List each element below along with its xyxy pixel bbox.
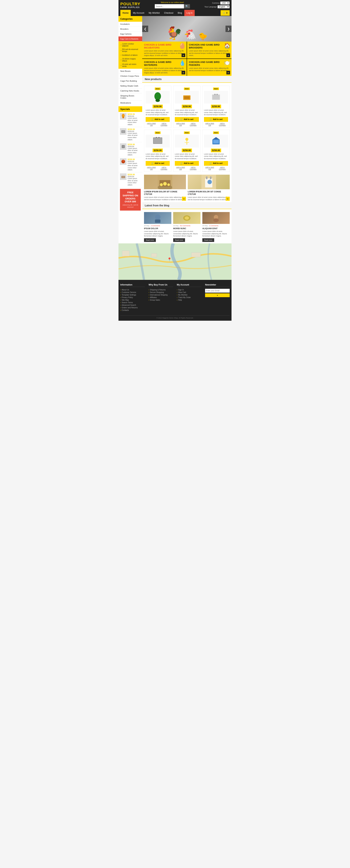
sidebar-dropdown-item[interactable]: Ut enim ad minim venia (119, 63, 142, 68)
footer-link[interactable]: Orders and Returns (120, 307, 145, 309)
add-to-cart-button[interactable]: 🛒 Add to cart (146, 161, 170, 166)
footer-link[interactable]: Contacts (120, 309, 145, 311)
product-links: Add to Wish List Add to Compare (146, 166, 170, 170)
site-logo[interactable]: POULTRY FARM SUPPLIES (120, 2, 140, 8)
product-price: $258.96 (153, 149, 163, 152)
nav-account[interactable]: My Account (131, 10, 147, 16)
article-desc: Lorem ipsum dolor sit amet conse ctetur … (144, 196, 186, 201)
footer-link[interactable]: Track My Order (177, 297, 201, 299)
footer-link[interactable]: Secure Shopping (149, 291, 173, 293)
add-to-wishlist-link[interactable]: Add to Wish List (146, 123, 157, 126)
sidebar-item-catching-nets[interactable]: Catching Nets Hooks (119, 88, 142, 93)
sidebar-item-nest-boxes[interactable]: Nest Boxes (119, 69, 142, 74)
footer-link[interactable]: Customer Service (120, 291, 145, 293)
svg-point-11 (156, 99, 160, 102)
add-to-cart-button[interactable]: 🛒 Add to cart (204, 117, 228, 122)
blog-title-post: ALIQUAM ERAT (202, 227, 230, 229)
add-to-compare-link[interactable]: Add to Compare (158, 123, 170, 126)
add-to-compare-link[interactable]: Add to Compare (217, 166, 228, 170)
add-to-wishlist-link[interactable]: Add to Wish List (146, 166, 157, 170)
sidebar-item-shipping-boxes[interactable]: Shipping Boxes Crates (119, 93, 142, 100)
footer-link[interactable]: Group Sales (149, 299, 173, 301)
nav-checkout[interactable]: Checkout (162, 10, 176, 16)
footer-link[interactable]: About Us (120, 289, 145, 291)
newsletter-email-input[interactable] (205, 289, 230, 292)
map-pin: 📍 (167, 257, 172, 261)
promo-arrow[interactable]: » (226, 71, 230, 74)
promo-arrow[interactable]: » (182, 71, 185, 74)
language-dropdown[interactable]: English Spanish (218, 5, 230, 8)
read-more-button[interactable]: Read more (173, 238, 185, 242)
sidebar-item-chicken-coops[interactable]: Chicken Coops Pens (119, 74, 142, 79)
add-to-cart-button[interactable]: 🛒 Add to cart (175, 161, 199, 166)
promo-arrow[interactable]: » (226, 54, 230, 57)
svg-line-25 (187, 142, 189, 143)
add-to-cart-button[interactable]: 🛒 Add to cart (204, 161, 228, 166)
product-badge: New! (155, 88, 161, 90)
nav-home[interactable]: Home (120, 10, 131, 16)
nav-login[interactable]: Log In (184, 10, 195, 16)
add-to-compare-link[interactable]: Add to Compare (158, 166, 170, 170)
hero-next-button[interactable]: ❯ (225, 26, 231, 32)
special-price-new: $258.96 (128, 128, 141, 130)
sidebar-dropdown-item[interactable]: Ut dolore magna aliqua (119, 57, 142, 63)
cart-button[interactable]: 🛒 0 (221, 10, 230, 16)
currency-dropdown[interactable]: USD EUR (220, 1, 230, 5)
footer-link[interactable]: Privacy Policy (120, 297, 145, 299)
sidebar-item-netting[interactable]: Netting Shade Cloth (119, 84, 142, 88)
add-to-compare-link[interactable]: Add to Compare (187, 123, 199, 126)
footer-link[interactable]: Shipping & Returns (149, 289, 173, 291)
sidebar-item-medications[interactable]: Medications (119, 100, 142, 105)
special-info: $258.96 $288.96 Lorem ipsum dolor sit am… (128, 143, 141, 156)
svg-rect-20 (156, 137, 157, 138)
footer-link[interactable]: Help (177, 299, 201, 301)
footer-link[interactable]: International Shipping (149, 294, 173, 296)
add-to-wishlist-link[interactable]: Add to Wish List (204, 166, 216, 170)
sidebar-item-cage-pen[interactable]: Cage Pen Building (119, 79, 142, 84)
sidebar-item-incubators[interactable]: Incubators (119, 22, 142, 27)
footer-link[interactable]: Search Terms (120, 302, 145, 304)
article-arrow[interactable]: » (182, 197, 186, 201)
blog-card: 24 May No Comments MORBI NUNC Lorem ipsu… (173, 212, 200, 242)
footer-link[interactable]: Template Settings (120, 294, 145, 296)
read-more-button[interactable]: Read more (144, 238, 156, 242)
footer-link[interactable]: Site Map (120, 299, 145, 301)
product-links: Add to Wish List Add to Compare (204, 166, 228, 170)
sidebar-item-brooders[interactable]: Brooders (119, 27, 142, 32)
article-arrow[interactable]: » (226, 197, 230, 201)
footer-link[interactable]: Sign In (177, 289, 201, 291)
newsletter-submit-button[interactable]: » (205, 293, 230, 297)
add-to-wishlist-link[interactable]: Add to Wish List (175, 123, 186, 126)
footer-link[interactable]: View Cart (177, 291, 201, 293)
add-to-compare-link[interactable]: Add to Compare (187, 166, 199, 170)
footer-link[interactable]: Affiliates (149, 297, 173, 299)
promo-title: CHICKEN AND GAME BIRD FEEDERS (189, 61, 230, 66)
add-to-cart-button[interactable]: 🛒 Add to cart (175, 117, 199, 122)
language-selector: Your Language English Spanish (204, 5, 230, 8)
sidebar-dropdown-item[interactable]: Incididunt ut labore (119, 53, 142, 57)
footer-link[interactable]: My Wishlist (177, 294, 201, 296)
add-to-compare-link[interactable]: Add to Compare (217, 123, 228, 126)
sidebar-dropdown-item[interactable]: Lorem conetur adipiset (119, 42, 142, 48)
sidebar-item-egg-care[interactable]: Egg Care & Baskets (119, 36, 142, 41)
add-to-wishlist-link[interactable]: Add to Wish List (175, 166, 186, 170)
search-input[interactable] (155, 4, 184, 8)
add-to-wishlist-link[interactable]: Add to Wish List (204, 123, 216, 126)
svg-point-45 (213, 218, 219, 222)
product-price: $258.96 (211, 105, 221, 108)
sidebar-item-egg-cartons[interactable]: Egg Cartons (119, 32, 142, 36)
search-button[interactable]: 🔍 (184, 4, 190, 8)
svg-rect-13 (184, 96, 190, 99)
search-icon: 🔍 (185, 5, 189, 8)
footer-link[interactable]: Advanced Search (120, 304, 145, 306)
svg-point-34 (167, 183, 170, 186)
add-to-cart-button[interactable]: 🛒 Add to cart (146, 117, 170, 122)
hero-prev-button[interactable]: ❮ (142, 26, 148, 32)
sidebar-dropdown-item[interactable]: Elit sed do eiusmod tempo (119, 48, 142, 53)
promo-arrow[interactable]: » (182, 54, 185, 57)
nav-blog[interactable]: Blog (176, 10, 184, 16)
nav-wishlist[interactable]: My Wishlist (147, 10, 162, 16)
product-card: New! $258.96 Lorem ipsum dolor sit amet … (202, 130, 230, 172)
read-more-button[interactable]: Read more (202, 238, 214, 242)
main-layout: Categories Incubators Brooders Egg Carto… (119, 16, 231, 243)
